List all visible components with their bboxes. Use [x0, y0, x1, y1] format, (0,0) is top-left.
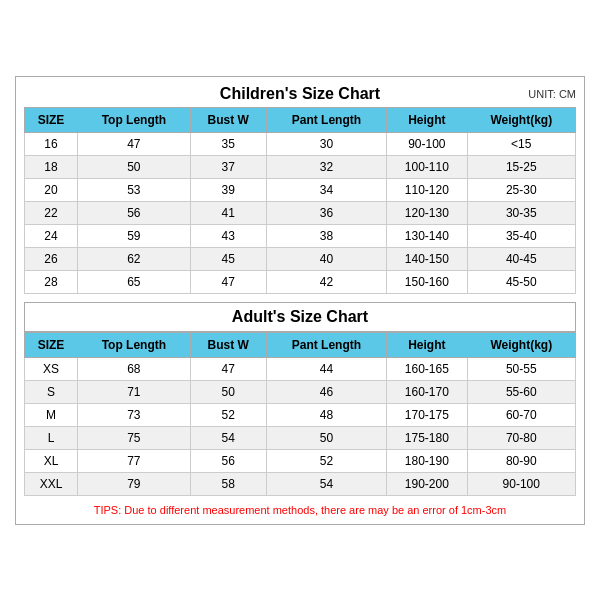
table-cell: 140-150: [387, 247, 467, 270]
table-cell: 36: [266, 201, 386, 224]
table-cell: 120-130: [387, 201, 467, 224]
table-cell: 65: [78, 270, 191, 293]
table-cell: 24: [25, 224, 78, 247]
table-cell: 47: [190, 270, 266, 293]
table-cell: 45-50: [467, 270, 575, 293]
table-cell: 43: [190, 224, 266, 247]
size-chart-wrapper: Children's Size Chart UNIT: CM SIZE Top …: [15, 76, 585, 525]
table-cell: 56: [78, 201, 191, 224]
table-cell: 60-70: [467, 403, 575, 426]
table-cell: L: [25, 426, 78, 449]
table-cell: 35: [190, 132, 266, 155]
table-cell: 175-180: [387, 426, 467, 449]
table-cell: 30: [266, 132, 386, 155]
table-cell: 100-110: [387, 155, 467, 178]
table-cell: 54: [266, 472, 386, 495]
adult-col-weight: Weight(kg): [467, 332, 575, 357]
table-cell: 42: [266, 270, 386, 293]
table-cell: 53: [78, 178, 191, 201]
adult-col-height: Height: [387, 332, 467, 357]
table-row: XS684744160-16550-55: [25, 357, 576, 380]
table-cell: 26: [25, 247, 78, 270]
children-col-bust: Bust W: [190, 107, 266, 132]
table-cell: 56: [190, 449, 266, 472]
table-cell: 110-120: [387, 178, 467, 201]
table-cell: 170-175: [387, 403, 467, 426]
table-cell: 73: [78, 403, 191, 426]
children-col-height: Height: [387, 107, 467, 132]
table-cell: 32: [266, 155, 386, 178]
table-cell: 28: [25, 270, 78, 293]
adult-col-size: SIZE: [25, 332, 78, 357]
table-cell: 52: [266, 449, 386, 472]
table-cell: 50-55: [467, 357, 575, 380]
table-cell: <15: [467, 132, 575, 155]
children-header-row: SIZE Top Length Bust W Pant Length Heigh…: [25, 107, 576, 132]
table-cell: 68: [78, 357, 191, 380]
table-cell: 40: [266, 247, 386, 270]
table-cell: 90-100: [387, 132, 467, 155]
table-cell: M: [25, 403, 78, 426]
table-cell: 18: [25, 155, 78, 178]
table-cell: 90-100: [467, 472, 575, 495]
table-cell: 79: [78, 472, 191, 495]
table-cell: 20: [25, 178, 78, 201]
table-row: 22564136120-13030-35: [25, 201, 576, 224]
adult-size-table: SIZE Top Length Bust W Pant Length Heigh…: [24, 332, 576, 496]
table-row: XXL795854190-20090-100: [25, 472, 576, 495]
table-row: 18503732100-11015-25: [25, 155, 576, 178]
table-cell: 52: [190, 403, 266, 426]
table-cell: 50: [190, 380, 266, 403]
table-cell: 55-60: [467, 380, 575, 403]
table-cell: 25-30: [467, 178, 575, 201]
adult-col-top: Top Length: [78, 332, 191, 357]
children-col-pant: Pant Length: [266, 107, 386, 132]
table-cell: 30-35: [467, 201, 575, 224]
table-row: M735248170-17560-70: [25, 403, 576, 426]
table-cell: 70-80: [467, 426, 575, 449]
table-row: 26624540140-15040-45: [25, 247, 576, 270]
table-cell: 160-170: [387, 380, 467, 403]
table-cell: 16: [25, 132, 78, 155]
adult-chart-title: Adult's Size Chart: [24, 302, 576, 332]
table-cell: 130-140: [387, 224, 467, 247]
table-cell: 180-190: [387, 449, 467, 472]
table-cell: 54: [190, 426, 266, 449]
table-cell: 37: [190, 155, 266, 178]
children-size-table: SIZE Top Length Bust W Pant Length Heigh…: [24, 107, 576, 294]
children-col-weight: Weight(kg): [467, 107, 575, 132]
adult-header-row: SIZE Top Length Bust W Pant Length Heigh…: [25, 332, 576, 357]
children-title-row: Children's Size Chart UNIT: CM: [24, 85, 576, 103]
table-cell: 75: [78, 426, 191, 449]
table-cell: 58: [190, 472, 266, 495]
table-cell: 44: [266, 357, 386, 380]
children-col-top: Top Length: [78, 107, 191, 132]
table-cell: 80-90: [467, 449, 575, 472]
table-cell: 71: [78, 380, 191, 403]
table-cell: 41: [190, 201, 266, 224]
tips-text: TIPS: Due to different measurement metho…: [24, 504, 576, 516]
table-cell: 47: [190, 357, 266, 380]
table-row: 28654742150-16045-50: [25, 270, 576, 293]
table-cell: 22: [25, 201, 78, 224]
table-cell: 150-160: [387, 270, 467, 293]
table-row: XL775652180-19080-90: [25, 449, 576, 472]
table-cell: 45: [190, 247, 266, 270]
table-cell: 40-45: [467, 247, 575, 270]
table-cell: 190-200: [387, 472, 467, 495]
table-cell: 62: [78, 247, 191, 270]
table-cell: 46: [266, 380, 386, 403]
table-row: L755450175-18070-80: [25, 426, 576, 449]
table-cell: 160-165: [387, 357, 467, 380]
table-cell: 34: [266, 178, 386, 201]
children-col-size: SIZE: [25, 107, 78, 132]
table-cell: 77: [78, 449, 191, 472]
table-row: 1647353090-100<15: [25, 132, 576, 155]
table-cell: 35-40: [467, 224, 575, 247]
table-cell: 39: [190, 178, 266, 201]
table-cell: 50: [266, 426, 386, 449]
table-cell: 15-25: [467, 155, 575, 178]
table-cell: S: [25, 380, 78, 403]
table-cell: XS: [25, 357, 78, 380]
table-row: 24594338130-14035-40: [25, 224, 576, 247]
